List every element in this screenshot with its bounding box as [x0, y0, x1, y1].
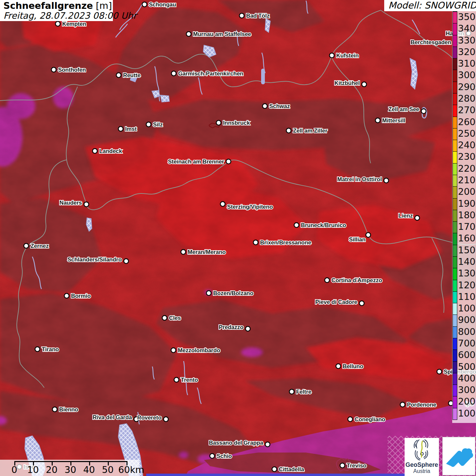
city-marker — [174, 377, 179, 382]
legend-value-label: 2700 — [458, 104, 476, 116]
city-marker — [375, 118, 380, 123]
legend-color-step — [453, 23, 457, 35]
city-label: Pordenone — [407, 402, 436, 408]
city-marker — [206, 291, 211, 295]
legend-value-label: 1700 — [458, 221, 476, 233]
legend-color-step — [453, 186, 457, 198]
map-title-unit: [m] — [96, 0, 112, 11]
city-marker — [64, 293, 69, 298]
city-label: Sterzing/Vipiteno — [227, 204, 273, 210]
legend-color-step — [453, 58, 457, 70]
legend-value-label: 900 — [458, 314, 476, 326]
legend-color-step — [453, 117, 457, 128]
legend-color-step — [453, 291, 457, 303]
legend-value-label: 2000 — [458, 186, 476, 198]
city-marker — [171, 71, 176, 76]
legend-value-label: 300 — [458, 384, 476, 396]
city-label: Imst — [125, 126, 137, 132]
city-label: Kempten — [62, 21, 86, 27]
city-label: Silz — [153, 121, 163, 128]
legend-color-step — [453, 128, 457, 140]
city-marker — [340, 463, 345, 468]
city-marker — [164, 417, 168, 422]
city-label: Kufstein — [336, 52, 359, 58]
city-label: Treviso — [347, 462, 367, 469]
legend-value-label: 3500 — [458, 11, 476, 23]
city-marker — [253, 240, 258, 245]
city-marker — [400, 402, 405, 407]
city-label: Schio — [217, 453, 232, 459]
map-title: Schneefallgrenze [m] — [3, 1, 109, 11]
city-marker — [384, 178, 389, 183]
city-label: Tirano — [42, 346, 59, 352]
legend-value-label: 800 — [458, 326, 476, 338]
city-label: Belluno — [343, 363, 363, 369]
legend-value-label: 1900 — [458, 198, 476, 209]
legend-color-step — [453, 140, 457, 151]
city-label: Trento — [181, 377, 198, 383]
city-label: Schlanders/Silandro — [67, 256, 122, 262]
legend-value-label: 1500 — [458, 244, 476, 256]
legend-color-step — [453, 280, 457, 291]
city-label: Bassano del Grappa — [209, 440, 263, 446]
legend-value-label: 3400 — [458, 23, 476, 34]
legend-color-step — [453, 256, 457, 268]
city-marker — [171, 348, 176, 353]
city-label: Pieve di Cadore — [315, 299, 357, 305]
legend-color-step — [453, 361, 457, 373]
city-marker — [262, 104, 267, 108]
city-marker — [359, 301, 364, 306]
city-marker — [116, 73, 121, 78]
city-label: Steinach am Brenner — [168, 158, 224, 165]
legend-value-label: 1100 — [458, 291, 476, 303]
city-marker — [181, 250, 186, 254]
legend-value-label: 2100 — [458, 174, 476, 186]
scalebar-label: 60km — [114, 464, 148, 475]
city-marker — [118, 126, 123, 131]
legend-value-label: 1800 — [458, 209, 476, 221]
legend-value-label: 1300 — [458, 268, 476, 279]
city-marker — [24, 243, 29, 248]
city-label: Bad Tölz — [246, 13, 270, 19]
legend-value-label: 3100 — [458, 58, 476, 69]
city-label: Kitzbühel — [335, 80, 360, 86]
legend-value-label: 2500 — [458, 128, 476, 139]
city-label: Innsbruck — [223, 120, 250, 126]
city-label: Bozen/Bolzano — [213, 290, 253, 296]
legend-value-label: 2300 — [458, 151, 476, 163]
legend-color-bar — [453, 11, 457, 420]
legend-color-step — [453, 151, 457, 163]
city-label: Murnau am Staffelsee — [193, 31, 251, 37]
city-label: Bormio — [71, 293, 91, 299]
city-marker — [210, 454, 215, 458]
legend-color-step — [453, 408, 457, 420]
legend-color-step — [453, 373, 457, 385]
legend-color-step — [453, 338, 457, 350]
model-box: Modell: SNOWGRID — [384, 0, 476, 11]
city-marker — [220, 202, 225, 206]
city-label: Sonthofen — [58, 67, 86, 73]
city-marker — [362, 82, 367, 87]
city-marker — [52, 407, 57, 412]
city-label: Sillian — [349, 236, 366, 242]
city-label: Zell am Ziller — [293, 128, 327, 134]
city-label: Nauders — [60, 200, 82, 206]
city-marker — [366, 233, 371, 237]
city-marker — [265, 442, 270, 447]
legend-value-label: 1400 — [458, 256, 476, 268]
legend-color-step — [453, 350, 457, 361]
legend-value-label: 500 — [458, 361, 476, 373]
legend-value-label: 700 — [458, 338, 476, 349]
legend-color-step — [453, 268, 457, 279]
city-marker — [84, 202, 89, 207]
legend-value-label: 2800 — [458, 93, 476, 104]
legend-value-label: 1200 — [458, 279, 476, 291]
city-marker — [272, 467, 277, 472]
city-label: Cles — [169, 315, 181, 321]
legend-value-label: 2200 — [458, 163, 476, 174]
city-label: Lienz — [398, 213, 413, 219]
city-marker — [245, 326, 250, 331]
city-label: Bruneck/Brunico — [301, 222, 346, 228]
snowfall-limit-map: SchongauBad TölzKemptenMurnau am Staffel… — [0, 0, 476, 476]
city-label: Mezzolombardo — [178, 347, 220, 353]
